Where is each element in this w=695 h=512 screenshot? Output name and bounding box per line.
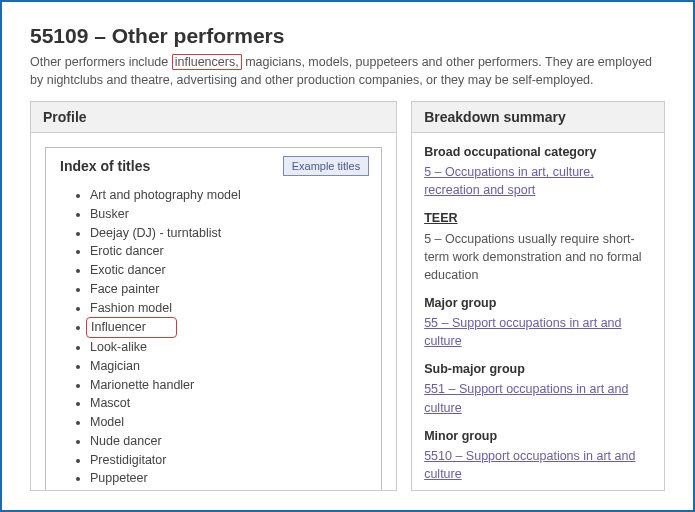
list-item: Marionette handler — [90, 376, 381, 395]
example-titles-button[interactable]: Example titles — [283, 156, 369, 176]
list-item: Exotic dancer — [90, 261, 381, 280]
list-item: Influencer — [90, 317, 381, 338]
content-columns: Profile Index of titles Example titles A… — [30, 101, 665, 491]
broad-category-link[interactable]: 5 – Occupations in art, culture, recreat… — [424, 165, 594, 197]
teer-text: 5 – Occupations usually require short-te… — [424, 232, 641, 282]
minor-group-link[interactable]: 5510 – Support occupations in art and cu… — [424, 449, 635, 481]
list-item: Face painter — [90, 280, 381, 299]
index-card: Index of titles Example titles Art and p… — [45, 147, 382, 490]
profile-panel: Profile Index of titles Example titles A… — [30, 101, 397, 491]
list-item: Art and photography model — [90, 186, 381, 205]
list-item: Busker — [90, 205, 381, 224]
submajor-group-link[interactable]: 551 – Support occupations in art and cul… — [424, 382, 628, 414]
submajor-group-label: Sub-major group — [424, 360, 652, 378]
teer-section: TEER 5 – Occupations usually require sho… — [424, 209, 652, 284]
page-frame: 55109 – Other performers Other performer… — [0, 0, 695, 512]
minor-group-section: Minor group 5510 – Support occupations i… — [424, 427, 652, 483]
desc-highlight: influencers, — [172, 54, 242, 70]
list-item: Magician — [90, 357, 381, 376]
submajor-group-section: Sub-major group 551 – Support occupation… — [424, 360, 652, 416]
list-item: Model — [90, 413, 381, 432]
index-of-titles-heading: Index of titles — [60, 158, 150, 174]
page-description: Other performers include influencers, ma… — [30, 54, 665, 89]
broad-category-section: Broad occupational category 5 – Occupati… — [424, 143, 652, 199]
major-group-link[interactable]: 55 – Support occupations in art and cult… — [424, 316, 621, 348]
highlighted-title: Influencer — [86, 317, 177, 338]
breakdown-panel-body: Broad occupational category 5 – Occupati… — [412, 133, 664, 490]
index-card-header: Index of titles Example titles — [46, 148, 381, 184]
list-item: Deejay (DJ) - turntablist — [90, 224, 381, 243]
profile-panel-header: Profile — [31, 102, 396, 133]
breakdown-panel: Breakdown summary Broad occupational cat… — [411, 101, 665, 491]
list-item: Puppeteer — [90, 469, 381, 488]
minor-group-label: Minor group — [424, 427, 652, 445]
list-item: Rodeo driver — [90, 488, 381, 490]
major-group-section: Major group 55 – Support occupations in … — [424, 294, 652, 350]
breakdown-panel-header: Breakdown summary — [412, 102, 664, 133]
desc-pre: Other performers include — [30, 55, 172, 69]
list-item: Mascot — [90, 394, 381, 413]
list-item: Erotic dancer — [90, 242, 381, 261]
titles-list: Art and photography modelBuskerDeejay (D… — [46, 186, 381, 490]
profile-panel-body: Index of titles Example titles Art and p… — [31, 133, 396, 490]
list-item: Prestidigitator — [90, 451, 381, 470]
list-item: Fashion model — [90, 299, 381, 318]
teer-label: TEER — [424, 209, 652, 227]
list-item: Nude dancer — [90, 432, 381, 451]
list-item: Look-alike — [90, 338, 381, 357]
page-title: 55109 – Other performers — [30, 24, 665, 48]
major-group-label: Major group — [424, 294, 652, 312]
broad-category-label: Broad occupational category — [424, 143, 652, 161]
